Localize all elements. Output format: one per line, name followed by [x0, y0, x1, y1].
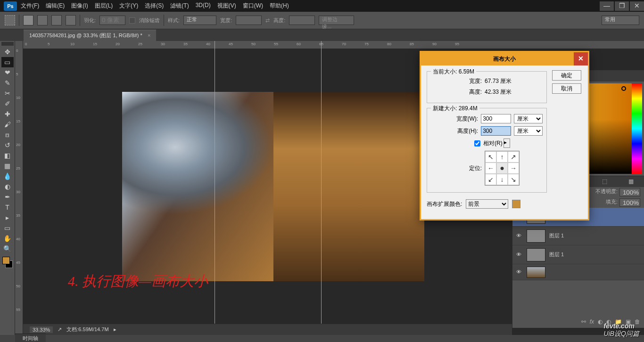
layer-row[interactable]: 👁 图层 1 — [512, 227, 644, 245]
quick-select-tool[interactable]: ✎ — [1, 78, 14, 88]
status-caret-icon[interactable]: ▸ — [114, 326, 116, 333]
foreground-swatch[interactable] — [2, 257, 10, 264]
healing-tool[interactable]: ✚ — [1, 109, 14, 119]
anchor-w[interactable]: ← — [485, 163, 496, 174]
toolbox-grip[interactable] — [1, 42, 14, 46]
document-tab[interactable]: 1403577584281.jpg @ 33.3% (图层 1, RGB/8#)… — [24, 30, 156, 41]
layer-thumbnail[interactable] — [527, 248, 545, 261]
fill-input[interactable] — [619, 198, 640, 207]
feather-input[interactable] — [99, 16, 125, 25]
layer-mask-icon[interactable]: ◐ — [598, 318, 603, 325]
shape-tool[interactable]: ▭ — [1, 223, 14, 233]
anchor-n[interactable]: ↑ — [496, 151, 508, 163]
style-select[interactable]: 正常 — [183, 16, 216, 25]
hand-tool[interactable]: ✋ — [1, 233, 14, 244]
window-close[interactable]: ✕ — [630, 1, 644, 11]
status-arrow-icon[interactable]: ↗ — [58, 326, 62, 333]
width-input[interactable] — [236, 16, 262, 25]
anchor-se[interactable]: ↘ — [508, 174, 519, 185]
lasso-tool[interactable]: ❤ — [1, 67, 14, 78]
window-minimize[interactable]: — — [600, 1, 614, 11]
menu-edit[interactable]: 编辑(E) — [46, 2, 65, 10]
height-unit-select[interactable]: 厘米 — [514, 126, 543, 136]
timeline-tab[interactable]: 时间轴 — [23, 335, 38, 341]
menu-3d[interactable]: 3D(D) — [196, 2, 211, 10]
layer-name[interactable]: 图层 1 — [549, 232, 564, 239]
path-select-tool[interactable]: ▸ — [1, 212, 14, 223]
hue-slider[interactable] — [632, 83, 642, 174]
document-tab-close-icon[interactable]: × — [148, 33, 150, 38]
transform-icon[interactable]: ⬚ — [601, 178, 608, 186]
layer-fx-icon[interactable]: fx — [590, 318, 594, 325]
relative-flyout-icon[interactable]: ▸ — [504, 138, 510, 148]
stamp-tool[interactable]: ⧈ — [1, 130, 14, 140]
height-input[interactable] — [289, 16, 315, 25]
eraser-tool[interactable]: ◧ — [1, 150, 14, 161]
layer-row[interactable]: 👁 — [512, 264, 644, 280]
eyedropper-tool[interactable]: ✐ — [1, 98, 14, 109]
guide-vertical-2[interactable] — [321, 41, 322, 335]
menu-help[interactable]: 帮助(H) — [270, 2, 289, 10]
dodge-tool[interactable]: ◐ — [1, 181, 14, 192]
pen-tool[interactable]: ✒ — [1, 192, 14, 202]
layer-thumbnail[interactable] — [527, 267, 545, 278]
menu-image[interactable]: 图像(I) — [71, 2, 88, 10]
window-maximize[interactable]: ❐ — [615, 1, 629, 11]
layer-thumbnail[interactable] — [527, 229, 545, 243]
menu-filter[interactable]: 滤镜(T) — [170, 2, 189, 10]
visibility-icon[interactable]: 👁 — [516, 233, 523, 239]
ok-button[interactable]: 确定 — [552, 70, 581, 81]
selection-add-icon[interactable] — [37, 15, 48, 25]
tool-preset-icon[interactable] — [5, 15, 15, 25]
brush-tool[interactable]: 🖌 — [1, 119, 14, 130]
selection-intersect-icon[interactable] — [66, 15, 76, 25]
menu-view[interactable]: 视图(V) — [217, 2, 236, 10]
cancel-button[interactable]: 取消 — [552, 83, 581, 94]
styles-icon[interactable]: ▦ — [627, 178, 635, 186]
menu-layer[interactable]: 图层(L) — [95, 2, 113, 10]
link-icon[interactable]: ⇄ — [265, 17, 270, 24]
menu-window[interactable]: 窗口(W) — [243, 2, 263, 10]
new-height-input[interactable] — [481, 126, 511, 136]
zoom-level[interactable]: 33.33% — [30, 326, 53, 333]
ruler-horizontal[interactable]: 0 5 10 15 20 25 30 35 40 45 50 55 60 65 … — [23, 41, 644, 49]
visibility-icon[interactable]: 👁 — [516, 269, 523, 276]
anchor-s[interactable]: ↓ — [496, 174, 508, 185]
gradient-tool[interactable]: ▦ — [1, 161, 14, 171]
relative-checkbox[interactable] — [474, 140, 480, 147]
link-layers-icon[interactable]: ⚯ — [581, 318, 586, 325]
history-brush-tool[interactable]: ↺ — [1, 140, 14, 150]
new-width-input[interactable] — [481, 114, 511, 123]
anchor-e[interactable]: → — [508, 163, 519, 174]
selection-subtract-icon[interactable] — [51, 15, 62, 25]
color-swatches[interactable] — [1, 256, 14, 269]
blur-tool[interactable]: 💧 — [1, 171, 14, 181]
opacity-input[interactable] — [619, 188, 640, 196]
move-tool[interactable]: ✥ — [1, 47, 14, 57]
visibility-icon[interactable]: 👁 — [516, 252, 523, 258]
antialias-checkbox[interactable] — [129, 17, 135, 24]
anchor-ne[interactable]: ↗ — [508, 151, 519, 163]
ruler-vertical[interactable]: 0 5 10 15 20 25 30 35 40 45 50 55 — [15, 41, 23, 335]
layer-row[interactable]: 👁 图层 1 — [512, 245, 644, 264]
document-image[interactable] — [122, 92, 424, 281]
marquee-tool[interactable]: ▭ — [1, 57, 14, 67]
zoom-tool[interactable]: 🔍 — [1, 244, 14, 254]
workspace-select[interactable]: 常用 — [602, 16, 639, 25]
menu-file[interactable]: 文件(F) — [21, 2, 39, 10]
width-unit-select[interactable]: 厘米 — [514, 114, 543, 123]
type-tool[interactable]: T — [1, 202, 14, 212]
refine-edge-button[interactable]: 调整边缘... — [319, 16, 354, 25]
menu-type[interactable]: 文字(Y) — [119, 2, 138, 10]
anchor-grid[interactable]: ↖ ↑ ↗ ← ● → ↙ ↓ ↘ — [485, 151, 520, 186]
layer-name[interactable]: 图层 1 — [549, 251, 564, 258]
selection-new-icon[interactable] — [23, 15, 33, 25]
crop-tool[interactable]: ✂ — [1, 88, 14, 98]
anchor-nw[interactable]: ↖ — [485, 151, 496, 163]
extension-color-swatch[interactable] — [512, 200, 520, 208]
dialog-close-button[interactable]: ✕ — [574, 52, 588, 65]
extension-color-select[interactable]: 前景 — [466, 199, 508, 209]
menu-select[interactable]: 选择(S) — [145, 2, 164, 10]
guide-vertical-1[interactable] — [215, 41, 215, 335]
anchor-center[interactable]: ● — [496, 163, 508, 174]
